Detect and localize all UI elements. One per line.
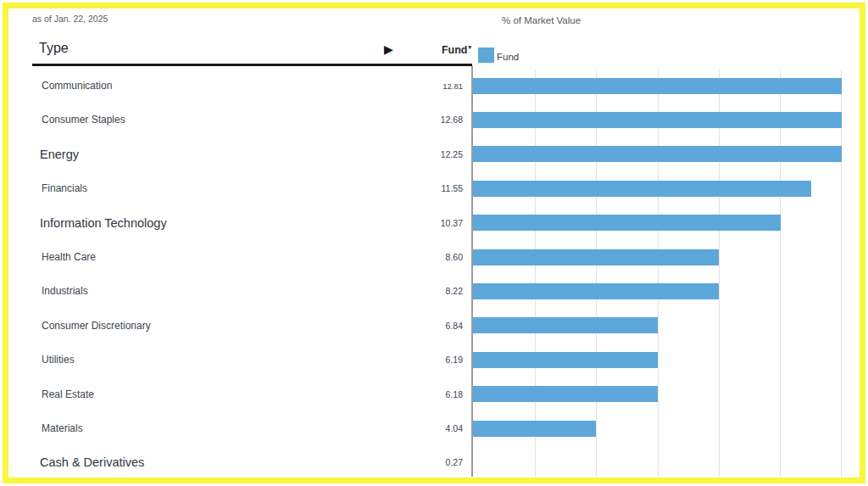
column-header-type: Type xyxy=(39,41,69,56)
gridline xyxy=(535,70,536,477)
as-of-date: as of Jan. 22, 2025 xyxy=(32,14,108,24)
table-row[interactable]: Consumer Discretionary6.84 xyxy=(32,309,472,343)
fund-value: 8.22 xyxy=(446,286,463,296)
sector-label: Cash & Derivatives xyxy=(40,455,144,469)
table-row[interactable]: Utilities6.19 xyxy=(32,343,472,377)
gridline xyxy=(719,70,720,477)
bar xyxy=(473,215,781,231)
column-header-fund-label: Fund xyxy=(442,44,468,56)
bar xyxy=(473,146,842,162)
gridline xyxy=(658,70,659,477)
sector-label: Materials xyxy=(42,422,83,434)
bar xyxy=(473,112,842,128)
table-row[interactable]: Cash & Derivatives0.27 xyxy=(32,445,472,479)
chart-title: % of Market Value xyxy=(502,15,581,25)
table-row[interactable]: Financials11.55 xyxy=(32,171,472,205)
fund-value: 6.19 xyxy=(446,355,463,365)
table-row[interactable]: Industrials8.22 xyxy=(32,274,472,308)
sector-label: Consumer Discretionary xyxy=(42,320,151,332)
bar xyxy=(473,421,596,437)
table-row[interactable]: Energy12.25 xyxy=(32,137,472,171)
fund-value: 10.37 xyxy=(441,218,463,228)
sector-label: Health Care xyxy=(42,251,96,263)
legend-swatch-icon xyxy=(478,47,494,63)
gridline xyxy=(841,70,842,477)
sector-label: Real Estate xyxy=(42,388,94,400)
sector-label: Financials xyxy=(42,182,87,194)
chart-plot xyxy=(473,68,842,477)
table-row[interactable]: Information Technology10.37 xyxy=(32,206,472,240)
gridline xyxy=(780,70,781,477)
table-row[interactable]: Real Estate6.18 xyxy=(32,377,472,411)
legend-label: Fund xyxy=(497,52,519,63)
table-row[interactable]: Health Care8.60 xyxy=(32,240,472,274)
bar xyxy=(473,283,719,299)
column-header-fund[interactable]: Fund▾ xyxy=(370,44,471,56)
sector-label: Utilities xyxy=(42,354,75,366)
sort-indicator-icon: ▾ xyxy=(468,44,471,50)
fund-value: 6.18 xyxy=(446,389,463,399)
fund-value: 11.55 xyxy=(442,183,464,193)
gridline xyxy=(596,70,597,477)
bar xyxy=(473,181,811,197)
bar xyxy=(473,317,658,333)
legend[interactable]: Fund xyxy=(478,47,519,63)
fund-value: 8.60 xyxy=(446,252,463,262)
fund-value: 12.68 xyxy=(441,115,463,125)
fund-value: 6.84 xyxy=(446,321,463,331)
sector-label: Information Technology xyxy=(40,216,167,230)
table-row[interactable]: Materials4.04 xyxy=(32,411,472,445)
sector-label: Energy xyxy=(40,148,79,161)
fund-value: 12.81 xyxy=(442,81,463,91)
table-row[interactable]: Consumer Staples12.68 xyxy=(32,103,472,137)
sector-label: Industrials xyxy=(42,285,88,297)
fund-value: 12.25 xyxy=(441,149,463,159)
bar xyxy=(473,249,719,265)
sector-label: Consumer Staples xyxy=(42,114,125,126)
table-row[interactable]: Communication12.81 xyxy=(32,69,472,103)
fund-value: 0.27 xyxy=(446,457,463,467)
bar xyxy=(473,352,658,368)
sector-label: Communication xyxy=(42,80,112,92)
bar xyxy=(473,78,842,94)
bar xyxy=(473,386,658,402)
header-underline xyxy=(32,64,472,66)
fund-value: 4.04 xyxy=(446,423,463,433)
